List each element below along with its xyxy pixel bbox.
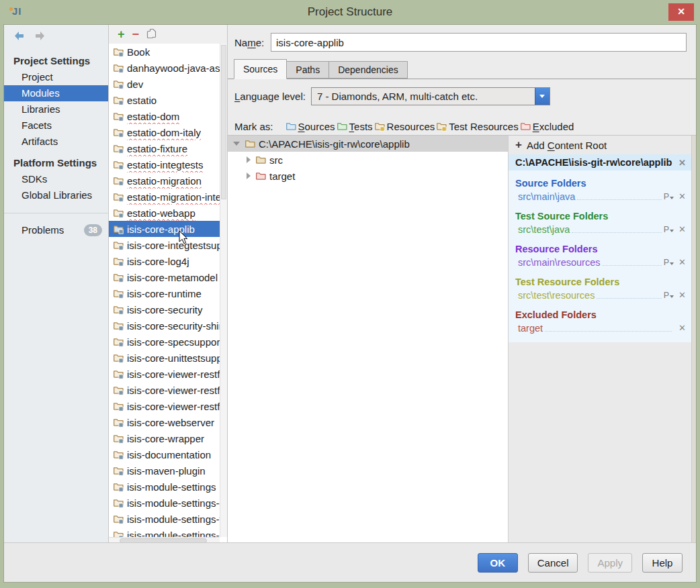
module-list-item[interactable]: isis-core-runtime <box>109 285 220 301</box>
mark-as-resources[interactable]: Resources <box>374 121 435 132</box>
dropdown-small-icon <box>670 230 674 232</box>
module-list-item[interactable]: estatio-integtests <box>109 156 220 173</box>
module-list-item[interactable]: isis-core-metamodel <box>109 269 220 285</box>
remove-content-root-button[interactable]: ✕ <box>679 158 686 168</box>
module-list-item[interactable]: estatio-dom-italy <box>109 124 220 140</box>
sidebar-item-modules[interactable]: Modules <box>4 85 108 101</box>
module-list-item[interactable]: isis-core-integtestsupp <box>109 237 220 253</box>
copy-module-button[interactable] <box>146 28 157 41</box>
remove-folder-button[interactable]: ✕ <box>679 191 686 201</box>
module-list-item[interactable]: Book <box>109 44 220 60</box>
content-root-header[interactable]: C:\APACHE\isis-git-rw\core\applib ✕ <box>509 154 691 170</box>
module-label: estatio <box>127 95 157 106</box>
package-prefix-button[interactable]: P <box>664 258 674 267</box>
module-list-item[interactable]: isis-module-settings-i <box>109 527 220 537</box>
module-folder-icon <box>113 46 124 57</box>
module-list-toolbar: + − <box>109 25 227 44</box>
module-list-item[interactable]: estatio-webapp <box>109 205 220 221</box>
remove-folder-button[interactable]: ✕ <box>679 224 686 234</box>
module-list-item[interactable]: dev <box>109 76 220 92</box>
module-list-vertical-scrollbar[interactable] <box>220 44 227 537</box>
apply-button[interactable]: Apply <box>588 553 632 573</box>
sidebar-item-artifacts[interactable]: Artifacts <box>4 134 108 150</box>
ok-button[interactable]: OK <box>478 553 518 573</box>
module-list-item[interactable]: isis-core-specsupport <box>109 334 220 350</box>
titlebar[interactable]: JI Project Structure ✕ <box>0 0 700 24</box>
content-root-scrollbar[interactable] <box>691 136 696 544</box>
mark-as-tests[interactable]: Tests <box>337 121 373 132</box>
vertical-scrollbar-thumb[interactable] <box>221 45 226 199</box>
module-list-panel: + − Bookdanhaywood-java-assedevestatioes… <box>109 25 228 544</box>
module-label: isis-core-security <box>127 304 203 315</box>
module-list-item[interactable]: estatio <box>109 92 220 108</box>
plus-icon: + <box>515 138 522 152</box>
forward-button[interactable] <box>34 31 46 41</box>
module-list-item[interactable]: isis-core-log4j <box>109 253 220 269</box>
sidebar-item-sdks[interactable]: SDKs <box>4 171 108 187</box>
tab-paths[interactable]: Paths <box>286 61 329 79</box>
package-prefix-button[interactable]: P <box>664 192 674 201</box>
tab-dependencies[interactable]: Dependencies <box>329 61 408 79</box>
mark-as-test-resources[interactable]: Test Resources <box>436 121 518 132</box>
folder-entry: src\main\javaP✕ <box>509 189 691 203</box>
module-list-item[interactable]: isis-module-settings-d <box>109 495 220 511</box>
module-folder-icon <box>113 433 124 444</box>
module-list-item[interactable]: isis-core-security-shiro <box>109 317 220 334</box>
tab-sources[interactable]: Sources <box>234 59 287 79</box>
folder-icon <box>255 154 266 165</box>
module-list-item[interactable]: isis-core-applib <box>109 221 220 237</box>
module-list-item[interactable]: isis-core-unittestsuppo <box>109 350 220 366</box>
red-folder-icon <box>520 121 531 132</box>
module-label: isis-module-settings-i <box>127 530 220 538</box>
sidebar-item-global-libraries[interactable]: Global Libraries <box>4 187 108 203</box>
module-label: estatio-dom <box>127 111 179 122</box>
module-list-item[interactable]: danhaywood-java-asse <box>109 60 220 76</box>
sidebar-item-facets[interactable]: Facets <box>4 117 108 134</box>
collapsed-arrow-icon[interactable] <box>247 173 251 179</box>
module-list-item[interactable]: isis-core-wrapper <box>109 430 220 446</box>
remove-folder-button[interactable]: ✕ <box>679 323 686 333</box>
cancel-button[interactable]: Cancel <box>528 553 578 573</box>
remove-folder-button[interactable]: ✕ <box>679 290 686 300</box>
sidebar-item-libraries[interactable]: Libraries <box>4 101 108 117</box>
module-list-item[interactable]: isis-core-viewer-restful <box>109 382 220 398</box>
add-module-button[interactable]: + <box>118 28 125 40</box>
package-prefix-button[interactable]: P <box>664 225 674 234</box>
module-label: isis-core-viewer-restful <box>127 385 220 396</box>
module-list-item[interactable]: isis-documentation <box>109 446 220 462</box>
mark-as-excluded[interactable]: Excluded <box>520 121 574 132</box>
module-label: estatio-migration <box>127 175 202 187</box>
module-list-item[interactable]: isis-maven-plugin <box>109 462 220 479</box>
module-list-item[interactable]: isis-core-webserver <box>109 414 220 430</box>
tree-row[interactable]: target <box>228 168 508 184</box>
expanded-arrow-icon[interactable] <box>233 142 240 146</box>
module-label: isis-documentation <box>127 449 211 460</box>
module-list-item[interactable]: estatio-fixture <box>109 140 220 156</box>
collapsed-arrow-icon[interactable] <box>247 156 251 163</box>
remove-module-button[interactable]: − <box>132 28 140 40</box>
module-list-item[interactable]: isis-module-settings <box>109 479 220 495</box>
module-list-item[interactable]: estatio-dom <box>109 108 220 124</box>
remove-folder-button[interactable]: ✕ <box>679 257 686 267</box>
module-list-item[interactable]: isis-core-viewer-restful <box>109 398 220 414</box>
package-prefix-button[interactable]: P <box>664 291 674 300</box>
add-content-root-button[interactable]: + Add Content Root <box>509 136 696 154</box>
module-list-item[interactable]: estatio-migration-integ <box>109 189 220 205</box>
module-folder-icon <box>113 417 124 428</box>
combo-dropdown-button[interactable] <box>535 88 550 105</box>
tree-row[interactable]: src <box>228 152 508 168</box>
module-label: isis-core-viewer-restful <box>127 401 220 412</box>
tree-row[interactable]: C:\APACHE\isis-git-rw\core\applib <box>228 136 508 152</box>
module-list-item[interactable]: estatio-migration <box>109 173 220 189</box>
module-list-item[interactable]: isis-core-security <box>109 301 220 317</box>
mark-as-sources[interactable]: Sources <box>286 121 335 132</box>
back-button[interactable] <box>13 31 25 41</box>
language-level-select[interactable]: 7 - Diamonds, ARM, multi-catch etc. <box>311 87 550 105</box>
sidebar-item-problems[interactable]: Problems 38 <box>4 222 108 238</box>
module-name-input[interactable] <box>271 33 687 52</box>
module-list-item[interactable]: isis-module-settings-fi <box>109 511 220 527</box>
close-button[interactable]: ✕ <box>668 3 694 21</box>
help-button[interactable]: Help <box>642 553 683 573</box>
module-list-item[interactable]: isis-core-viewer-restful <box>109 366 220 382</box>
sidebar-item-project[interactable]: Project <box>4 69 108 85</box>
